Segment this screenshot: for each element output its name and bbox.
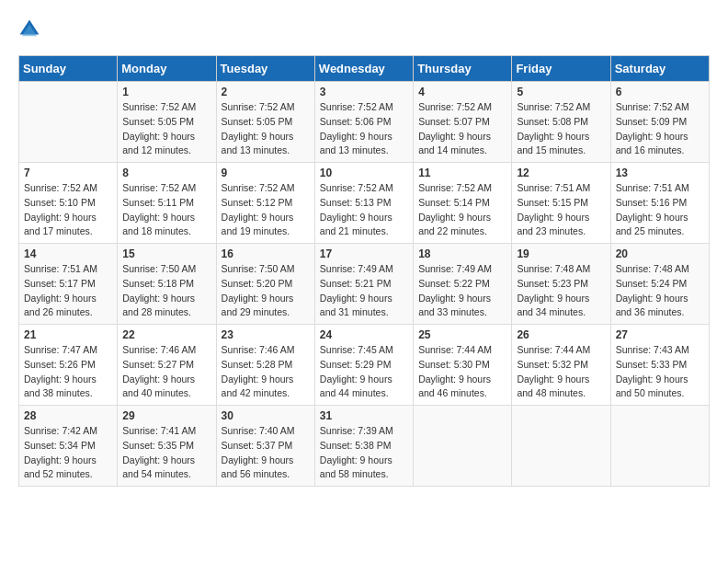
day-info: Sunrise: 7:52 AM Sunset: 5:05 PM Dayligh… [122, 100, 210, 158]
day-info: Sunrise: 7:51 AM Sunset: 5:16 PM Dayligh… [616, 181, 704, 239]
day-number: 28 [24, 409, 112, 422]
day-info: Sunrise: 7:52 AM Sunset: 5:13 PM Dayligh… [320, 181, 408, 239]
day-info: Sunrise: 7:44 AM Sunset: 5:32 PM Dayligh… [517, 343, 605, 401]
logo-icon [18, 18, 40, 40]
calendar-cell: 1Sunrise: 7:52 AM Sunset: 5:05 PM Daylig… [118, 82, 216, 163]
day-number: 21 [24, 328, 112, 341]
calendar-cell [19, 82, 118, 163]
header [18, 18, 710, 40]
day-number: 11 [418, 167, 506, 179]
calendar-table: SundayMondayTuesdayWednesdayThursdayFrid… [18, 55, 710, 487]
day-number: 16 [222, 247, 310, 260]
calendar-cell: 30Sunrise: 7:40 AM Sunset: 5:37 PM Dayli… [216, 406, 314, 487]
calendar-cell: 29Sunrise: 7:41 AM Sunset: 5:35 PM Dayli… [118, 406, 216, 487]
calendar-cell: 8Sunrise: 7:52 AM Sunset: 5:11 PM Daylig… [118, 163, 216, 244]
day-info: Sunrise: 7:45 AM Sunset: 5:29 PM Dayligh… [320, 343, 408, 401]
calendar-cell: 18Sunrise: 7:49 AM Sunset: 5:22 PM Dayli… [414, 244, 512, 325]
day-info: Sunrise: 7:47 AM Sunset: 5:26 PM Dayligh… [24, 343, 112, 401]
calendar-cell [610, 406, 709, 487]
day-number: 22 [122, 328, 210, 341]
calendar-cell: 2Sunrise: 7:52 AM Sunset: 5:05 PM Daylig… [216, 82, 314, 163]
day-info: Sunrise: 7:49 AM Sunset: 5:22 PM Dayligh… [418, 262, 506, 320]
calendar-cell: 4Sunrise: 7:52 AM Sunset: 5:07 PM Daylig… [414, 82, 512, 163]
calendar-cell: 20Sunrise: 7:48 AM Sunset: 5:24 PM Dayli… [610, 244, 709, 325]
calendar-cell: 24Sunrise: 7:45 AM Sunset: 5:29 PM Dayli… [314, 325, 413, 406]
day-info: Sunrise: 7:40 AM Sunset: 5:37 PM Dayligh… [222, 424, 310, 482]
day-number: 8 [122, 167, 210, 179]
day-number: 5 [517, 86, 605, 98]
day-number: 29 [122, 409, 210, 422]
calendar-cell: 17Sunrise: 7:49 AM Sunset: 5:21 PM Dayli… [314, 244, 413, 325]
day-number: 26 [517, 328, 605, 341]
calendar-cell: 28Sunrise: 7:42 AM Sunset: 5:34 PM Dayli… [19, 406, 118, 487]
day-number: 7 [24, 167, 112, 179]
day-info: Sunrise: 7:48 AM Sunset: 5:23 PM Dayligh… [517, 262, 605, 320]
calendar-cell [512, 406, 610, 487]
day-info: Sunrise: 7:46 AM Sunset: 5:28 PM Dayligh… [222, 343, 310, 401]
day-number: 23 [222, 328, 310, 341]
day-info: Sunrise: 7:49 AM Sunset: 5:21 PM Dayligh… [320, 262, 408, 320]
day-info: Sunrise: 7:52 AM Sunset: 5:09 PM Dayligh… [616, 100, 704, 158]
day-number: 25 [418, 328, 506, 341]
day-info: Sunrise: 7:52 AM Sunset: 5:05 PM Dayligh… [222, 100, 310, 158]
calendar-week-row: 28Sunrise: 7:42 AM Sunset: 5:34 PM Dayli… [19, 406, 710, 487]
day-number: 17 [320, 247, 408, 260]
calendar-cell: 21Sunrise: 7:47 AM Sunset: 5:26 PM Dayli… [19, 325, 118, 406]
day-number: 15 [122, 247, 210, 260]
calendar-header-friday: Friday [512, 56, 610, 82]
day-number: 20 [616, 247, 704, 260]
calendar-header-tuesday: Tuesday [216, 56, 314, 82]
day-number: 1 [122, 86, 210, 98]
calendar-header-monday: Monday [118, 56, 216, 82]
day-info: Sunrise: 7:44 AM Sunset: 5:30 PM Dayligh… [418, 343, 506, 401]
day-number: 9 [222, 167, 310, 179]
calendar-cell: 14Sunrise: 7:51 AM Sunset: 5:17 PM Dayli… [19, 244, 118, 325]
calendar-header-sunday: Sunday [19, 56, 118, 82]
logo [18, 18, 44, 40]
calendar-cell: 13Sunrise: 7:51 AM Sunset: 5:16 PM Dayli… [610, 163, 709, 244]
day-number: 6 [616, 86, 704, 98]
day-info: Sunrise: 7:39 AM Sunset: 5:38 PM Dayligh… [320, 424, 408, 482]
calendar-cell: 10Sunrise: 7:52 AM Sunset: 5:13 PM Dayli… [314, 163, 413, 244]
calendar-cell: 5Sunrise: 7:52 AM Sunset: 5:08 PM Daylig… [512, 82, 610, 163]
day-info: Sunrise: 7:51 AM Sunset: 5:17 PM Dayligh… [24, 262, 112, 320]
day-number: 10 [320, 167, 408, 179]
day-number: 27 [616, 328, 704, 341]
day-number: 19 [517, 247, 605, 260]
day-info: Sunrise: 7:43 AM Sunset: 5:33 PM Dayligh… [616, 343, 704, 401]
day-info: Sunrise: 7:46 AM Sunset: 5:27 PM Dayligh… [122, 343, 210, 401]
day-number: 13 [616, 167, 704, 179]
calendar-cell: 7Sunrise: 7:52 AM Sunset: 5:10 PM Daylig… [19, 163, 118, 244]
calendar-cell: 23Sunrise: 7:46 AM Sunset: 5:28 PM Dayli… [216, 325, 314, 406]
calendar-cell: 6Sunrise: 7:52 AM Sunset: 5:09 PM Daylig… [610, 82, 709, 163]
calendar-header-thursday: Thursday [414, 56, 512, 82]
day-info: Sunrise: 7:52 AM Sunset: 5:14 PM Dayligh… [418, 181, 506, 239]
calendar-cell: 11Sunrise: 7:52 AM Sunset: 5:14 PM Dayli… [414, 163, 512, 244]
day-number: 30 [222, 409, 310, 422]
calendar-week-row: 14Sunrise: 7:51 AM Sunset: 5:17 PM Dayli… [19, 244, 710, 325]
day-info: Sunrise: 7:50 AM Sunset: 5:18 PM Dayligh… [122, 262, 210, 320]
day-info: Sunrise: 7:48 AM Sunset: 5:24 PM Dayligh… [616, 262, 704, 320]
day-number: 14 [24, 247, 112, 260]
calendar-cell [414, 406, 512, 487]
calendar-cell: 27Sunrise: 7:43 AM Sunset: 5:33 PM Dayli… [610, 325, 709, 406]
calendar-week-row: 21Sunrise: 7:47 AM Sunset: 5:26 PM Dayli… [19, 325, 710, 406]
day-number: 18 [418, 247, 506, 260]
calendar-cell: 16Sunrise: 7:50 AM Sunset: 5:20 PM Dayli… [216, 244, 314, 325]
calendar-cell: 26Sunrise: 7:44 AM Sunset: 5:32 PM Dayli… [512, 325, 610, 406]
calendar-cell: 3Sunrise: 7:52 AM Sunset: 5:06 PM Daylig… [314, 82, 413, 163]
day-info: Sunrise: 7:52 AM Sunset: 5:11 PM Dayligh… [122, 181, 210, 239]
calendar-header-wednesday: Wednesday [314, 56, 413, 82]
calendar-cell: 31Sunrise: 7:39 AM Sunset: 5:38 PM Dayli… [314, 406, 413, 487]
day-info: Sunrise: 7:51 AM Sunset: 5:15 PM Dayligh… [517, 181, 605, 239]
day-number: 3 [320, 86, 408, 98]
day-number: 24 [320, 328, 408, 341]
day-number: 12 [517, 167, 605, 179]
calendar-cell: 12Sunrise: 7:51 AM Sunset: 5:15 PM Dayli… [512, 163, 610, 244]
calendar-cell: 22Sunrise: 7:46 AM Sunset: 5:27 PM Dayli… [118, 325, 216, 406]
calendar-header-row: SundayMondayTuesdayWednesdayThursdayFrid… [19, 56, 710, 82]
day-info: Sunrise: 7:52 AM Sunset: 5:10 PM Dayligh… [24, 181, 112, 239]
day-number: 4 [418, 86, 506, 98]
day-info: Sunrise: 7:52 AM Sunset: 5:06 PM Dayligh… [320, 100, 408, 158]
calendar-cell: 25Sunrise: 7:44 AM Sunset: 5:30 PM Dayli… [414, 325, 512, 406]
